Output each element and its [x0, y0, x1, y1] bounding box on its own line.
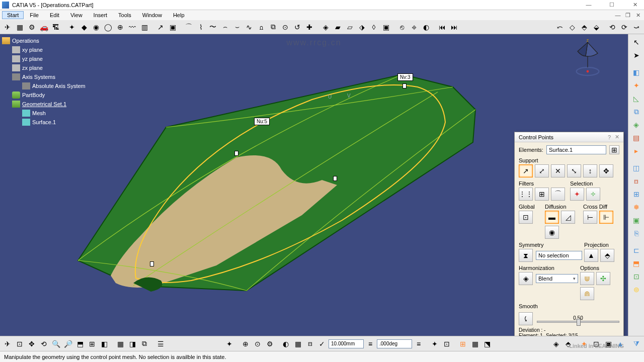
side-match[interactable]: ⧉ [630, 106, 642, 118]
projection-2[interactable]: ⬘ [600, 249, 614, 262]
bt-zoomout[interactable]: 🔎 [62, 338, 73, 349]
tool-point[interactable]: ◆ [78, 22, 90, 33]
tree-item[interactable]: yz plane [12, 54, 113, 63]
side-diamond[interactable]: ◈ [630, 119, 642, 131]
nav-next[interactable]: ⏭ [449, 22, 460, 33]
tool-curve11[interactable]: ✚ [304, 22, 315, 33]
option-3[interactable]: ⋒ [580, 287, 594, 300]
bt-r1[interactable]: ◈ [550, 338, 561, 349]
tool-surf5[interactable]: ◊ [368, 22, 379, 33]
tool-target[interactable]: ⊕ [115, 22, 126, 33]
tool-r2[interactable]: ◇ [567, 22, 578, 33]
side-orange[interactable]: ✦ [630, 79, 642, 92]
side-arrow[interactable]: ➤ [630, 49, 642, 61]
tool-surf6[interactable]: ▣ [380, 22, 391, 33]
menu-file[interactable]: File [25, 11, 44, 19]
support-compass[interactable]: ↕ [583, 164, 597, 177]
support-local-normal[interactable]: ⤡ [567, 164, 581, 177]
nav-first[interactable]: ⏮ [437, 22, 448, 33]
diffusion-const[interactable]: ▬ [545, 211, 559, 224]
bt-multi[interactable]: ⊞ [87, 338, 98, 349]
tool-flyby[interactable]: ✈ [2, 22, 13, 33]
tree-item[interactable]: xy plane [12, 45, 113, 54]
side-cpoints[interactable]: ⊡ [630, 270, 642, 283]
tool-surf3[interactable]: ▱ [344, 22, 355, 33]
mdi-restore[interactable]: ❐ [624, 12, 632, 19]
tool-r3[interactable]: ⬘ [579, 22, 590, 33]
bt-pan[interactable]: ✥ [26, 338, 37, 349]
tool-circle[interactable]: ◯ [103, 22, 114, 33]
tree-item[interactable]: PartBody [12, 90, 113, 100]
tool-sheet[interactable]: ▥ [139, 22, 150, 33]
bt-grid3[interactable]: ▦ [469, 338, 480, 349]
tool-fit[interactable]: ▣ [167, 22, 178, 33]
side-order[interactable]: ⬒ [630, 257, 642, 269]
tool-spiral[interactable]: ◉ [91, 22, 102, 33]
tool-surf4[interactable]: ⬗ [356, 22, 367, 33]
compass[interactable]: z [568, 39, 608, 79]
tool-box[interactable]: ▦ [14, 22, 25, 33]
minimize-button[interactable]: — [582, 2, 596, 8]
angle-field[interactable] [377, 339, 412, 348]
bt-temp2[interactable]: ⊡ [441, 338, 452, 349]
support-translation[interactable]: ↗ [519, 164, 533, 177]
control-handle[interactable] [333, 176, 337, 181]
filter-mesh[interactable]: ⊞ [535, 188, 549, 201]
selection-none[interactable]: ✧ [586, 188, 600, 201]
diffusion-linear[interactable]: ◿ [561, 211, 575, 224]
side-concat[interactable]: ⧈ [630, 175, 642, 187]
tool-r1[interactable]: ⤺ [554, 22, 566, 33]
length-field[interactable] [329, 339, 364, 348]
side-cube[interactable]: ◧ [630, 66, 642, 78]
bt-normal[interactable]: ⬒ [74, 338, 86, 349]
side-extend[interactable]: ▸ [630, 145, 642, 157]
tree-item[interactable]: Surface.1 [22, 118, 113, 127]
crossdiff-1[interactable]: ⊢ [583, 211, 597, 224]
mdi-close[interactable]: ✕ [634, 12, 642, 19]
bt-rotate[interactable]: ⟲ [38, 338, 49, 349]
option-1[interactable]: ⋓ [580, 272, 594, 285]
bt-zoomin[interactable]: 🔍 [50, 338, 61, 349]
bt-keep[interactable]: ✓ [316, 338, 328, 349]
support-normal[interactable]: ✕ [551, 164, 565, 177]
bt-fit[interactable]: ⊡ [14, 338, 25, 349]
menu-edit[interactable]: Edit [45, 11, 64, 19]
filter-curve[interactable]: ⌒ [551, 188, 565, 201]
tool-curve8[interactable]: ⧉ [268, 22, 279, 33]
bt-shade[interactable]: ▦ [115, 338, 126, 349]
label-nu[interactable]: Nu:5 [254, 118, 270, 125]
selection-all[interactable]: ✦ [570, 188, 584, 201]
elements-input[interactable]: Surface.1 [546, 145, 606, 154]
tool-r5[interactable]: ⟲ [607, 22, 618, 33]
bt-hide[interactable]: ◨ [127, 338, 138, 349]
tool-gear[interactable]: ⚙ [26, 22, 37, 33]
tool-r6[interactable]: ⟳ [619, 22, 630, 33]
bt-snap[interactable]: ⊕ [240, 338, 251, 349]
tool-analysis2[interactable]: ⎆ [409, 22, 420, 33]
tool-curve6[interactable]: ∿ [244, 22, 255, 33]
tool-surf1[interactable]: ◈ [320, 22, 331, 33]
tool-spline[interactable]: 〰 [127, 22, 138, 33]
bt-axis[interactable]: ✦ [224, 338, 235, 349]
tool-arrow[interactable]: ↗ [155, 22, 166, 33]
side-triangle[interactable]: ◺ [630, 93, 642, 105]
control-handle[interactable] [150, 261, 154, 266]
smooth-btn[interactable]: ⤹ [519, 312, 533, 325]
label-nv[interactable]: Nv:3 [397, 73, 413, 81]
side-fit[interactable]: ▤ [630, 132, 642, 144]
close-button[interactable]: ✕ [628, 2, 642, 8]
tool-curve4[interactable]: ⌢ [219, 22, 230, 33]
menu-window[interactable]: Window [137, 11, 167, 19]
spec-tree[interactable]: Operations xy planeyz planezx planeAxis … [2, 34, 113, 127]
menu-start[interactable]: Start [2, 11, 24, 19]
bt-manip[interactable]: ⧈ [304, 338, 315, 349]
side-quad[interactable]: ◫ [630, 162, 642, 174]
tool-curve9[interactable]: ⊙ [280, 22, 291, 33]
menu-tools[interactable]: Tools [113, 11, 136, 19]
menu-insert[interactable]: Insert [89, 11, 113, 19]
option-2[interactable]: ✣ [596, 272, 610, 285]
tree-item[interactable]: Axis Systems [12, 72, 113, 81]
tool-curve7[interactable]: ⩍ [256, 22, 267, 33]
dialog-help[interactable]: ? [608, 134, 611, 140]
smooth-slider[interactable] [537, 321, 619, 323]
